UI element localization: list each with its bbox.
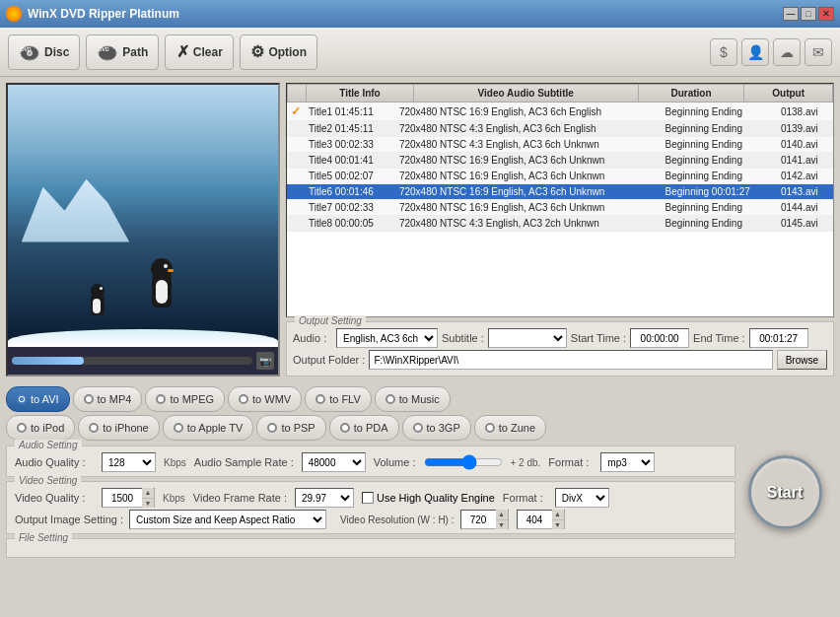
file-setting-label: File Setting	[15, 532, 72, 543]
radio-dot	[315, 394, 325, 404]
table-row[interactable]: ✓ Title1 01:45:11 720x480 NTSC 16:9 Engl…	[287, 103, 833, 121]
width-spinbox[interactable]: ▲ ▼	[460, 510, 509, 529]
video-format-label: Format :	[503, 492, 547, 504]
format-tab[interactable]: to Music	[375, 386, 451, 412]
table-row[interactable]: Title5 00:02:07 720x480 NTSC 16:9 Englis…	[287, 169, 833, 184]
row-duration: Beginning Ending	[662, 200, 777, 216]
video-progress-bar[interactable]	[12, 357, 252, 365]
image-setting-select[interactable]: Custom Size and Keep Aspect Ratio	[129, 510, 326, 529]
end-time-label: End Time :	[693, 332, 745, 344]
spin-arrows[interactable]: ▲ ▼	[142, 488, 154, 508]
path-button[interactable]: DVD Path	[86, 34, 159, 70]
frame-rate-select[interactable]: 29.97	[295, 488, 354, 508]
bottom-settings: Audio Setting Audio Quality : 128 Kbps A…	[0, 446, 840, 558]
format-tab[interactable]: to MPEG	[145, 386, 225, 412]
audio-select[interactable]: English, AC3 6ch	[336, 328, 438, 348]
tab-label: to iPhone	[103, 422, 148, 434]
audio-label: Audio :	[293, 332, 332, 344]
format-tab[interactable]: to PSP	[256, 415, 325, 441]
end-time-input[interactable]: 00:01:27	[749, 328, 808, 348]
image-setting-label: Output Image Setting :	[15, 514, 123, 525]
folder-input[interactable]: F:\WinXRipper\AVI\	[369, 350, 772, 370]
video-quality-unit: Kbps	[163, 493, 185, 504]
hq-engine-checkbox[interactable]	[362, 492, 374, 504]
video-format-select[interactable]: DivX	[555, 488, 609, 508]
subtitle-select[interactable]	[488, 328, 567, 348]
maximize-button[interactable]: □	[801, 7, 816, 21]
table-row[interactable]: Title6 00:01:46 720x480 NTSC 16:9 Englis…	[287, 184, 833, 200]
app-title: WinX DVD Ripper Platinum	[28, 7, 179, 21]
row-video-audio: 720x480 NTSC 16:9 English, AC3 6ch Unknw…	[395, 169, 662, 184]
format-tab[interactable]: to iPhone	[78, 415, 159, 441]
width-spin-down[interactable]: ▼	[496, 520, 508, 530]
format-tab[interactable]: to AVI	[6, 386, 70, 412]
row-video-audio: 720x480 NTSC 16:9 English, AC3 6ch Unknw…	[395, 184, 662, 200]
file-setting-section: File Setting	[6, 538, 735, 558]
disc-icon: DVD	[19, 43, 40, 61]
toolbar: DVD Disc DVD Path ✗ Clear ⚙ Option $ 👤 ☁…	[0, 28, 840, 77]
audio-format-select[interactable]: mp3	[600, 452, 655, 472]
format-tab[interactable]: to FLV	[305, 386, 372, 412]
spin-up[interactable]: ▲	[142, 488, 154, 499]
format-tab[interactable]: to WMV	[228, 386, 302, 412]
start-button[interactable]: Start	[748, 455, 822, 529]
width-spin-arrows[interactable]: ▲ ▼	[496, 510, 508, 529]
video-setting-section: Video Setting Video Quality : ▲ ▼ Kbps V…	[6, 481, 735, 534]
hq-engine-checkbox-item[interactable]: Use High Quality Engine	[362, 492, 495, 504]
audio-setting-section: Audio Setting Audio Quality : 128 Kbps A…	[6, 446, 735, 477]
spin-down[interactable]: ▼	[142, 499, 154, 509]
height-input[interactable]	[518, 511, 552, 528]
cloud-icon[interactable]: ☁	[773, 38, 801, 66]
row-output: 0141.avi	[777, 153, 833, 169]
disc-button[interactable]: DVD Disc	[8, 34, 80, 70]
close-button[interactable]: ✕	[818, 7, 834, 21]
row-output: 0140.avi	[777, 137, 833, 153]
row-video-audio: 720x480 NTSC 16:9 English, AC3 6ch Unknw…	[395, 153, 662, 169]
audio-sample-rate-select[interactable]: 48000	[302, 452, 366, 472]
user-icon[interactable]: 👤	[741, 38, 769, 66]
svg-text:DVD: DVD	[99, 46, 109, 52]
table-row[interactable]: Title7 00:02:33 720x480 NTSC 16:9 Englis…	[287, 200, 833, 216]
penguin-big	[148, 258, 175, 308]
row-video-audio: 720x480 NTSC 4:3 English, AC3 6ch Unknwn	[395, 137, 662, 153]
audio-setting-row: Audio Quality : 128 Kbps Audio Sample Ra…	[15, 452, 727, 472]
video-quality-input[interactable]	[103, 489, 142, 507]
tab-label: to WMV	[252, 393, 291, 405]
audio-quality-select[interactable]: 128	[102, 452, 156, 472]
table-row[interactable]: Title4 00:01:41 720x480 NTSC 16:9 Englis…	[287, 153, 833, 169]
width-input[interactable]	[461, 511, 496, 528]
height-spin-up[interactable]: ▲	[552, 510, 564, 520]
radio-dot	[17, 423, 27, 433]
mail-icon[interactable]: ✉	[805, 38, 832, 66]
start-time-input[interactable]: 00:00:00	[630, 328, 689, 348]
row-video-audio: 720x480 NTSC 4:3 English, AC3 2ch Unknwn	[395, 216, 662, 232]
titles-table-scroll[interactable]: ✓ Title1 01:45:11 720x480 NTSC 16:9 Engl…	[287, 103, 833, 248]
image-setting-row: Output Image Setting : Custom Size and K…	[15, 510, 727, 529]
height-spinbox[interactable]: ▲ ▼	[517, 510, 565, 529]
snapshot-button[interactable]: 📷	[256, 352, 274, 370]
format-tab[interactable]: to Zune	[474, 415, 546, 441]
row-output: 0143.avi	[777, 184, 833, 200]
row-title-info: Title2 01:45:11	[305, 121, 395, 137]
dollar-icon[interactable]: $	[710, 38, 737, 66]
format-tab[interactable]: to iPod	[6, 415, 75, 441]
table-row[interactable]: Title3 00:02:33 720x480 NTSC 4:3 English…	[287, 137, 833, 153]
row-output: 0138.avi	[777, 103, 833, 121]
video-quality-spinbox[interactable]: ▲ ▼	[102, 488, 155, 508]
option-button[interactable]: ⚙ Option	[240, 34, 317, 70]
format-tab[interactable]: to Apple TV	[163, 415, 254, 441]
width-spin-up[interactable]: ▲	[496, 510, 508, 520]
tab-label: to PSP	[281, 422, 315, 434]
height-spin-arrows[interactable]: ▲ ▼	[552, 510, 564, 529]
minimize-button[interactable]: —	[783, 7, 799, 21]
clear-button[interactable]: ✗ Clear	[165, 34, 234, 70]
table-row[interactable]: Title2 01:45:11 720x480 NTSC 4:3 English…	[287, 121, 833, 137]
volume-slider[interactable]	[424, 454, 503, 470]
table-row[interactable]: Title8 00:00:05 720x480 NTSC 4:3 English…	[287, 216, 833, 232]
height-spin-down[interactable]: ▼	[552, 520, 564, 530]
browse-button[interactable]: Browse	[777, 350, 827, 370]
format-tab[interactable]: to PDA	[329, 415, 399, 441]
col-header-title-info: Title Info	[307, 85, 413, 103]
format-tab[interactable]: to MP4	[73, 386, 143, 412]
format-tab[interactable]: to 3GP	[402, 415, 471, 441]
